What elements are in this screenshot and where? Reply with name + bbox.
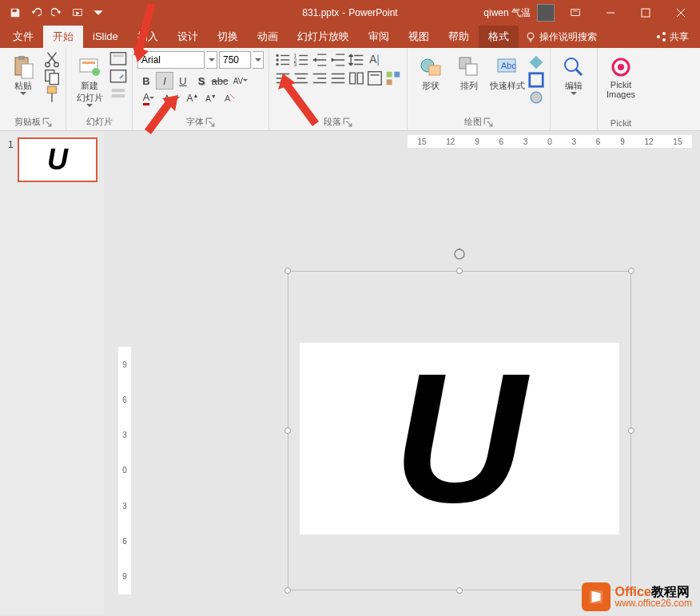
- tell-me-search[interactable]: 操作说明搜索: [519, 30, 603, 44]
- tab-islide[interactable]: iSlide: [83, 26, 128, 48]
- annotation-arrow: [140, 92, 188, 140]
- ribbon-options-icon[interactable]: [561, 2, 590, 24]
- svg-rect-39: [466, 64, 477, 75]
- find-icon: [561, 54, 587, 80]
- chevron-down-icon: [86, 104, 93, 107]
- thumbnail-panel: 1 U: [0, 131, 104, 614]
- new-slide-button[interactable]: 新建 幻灯片: [71, 51, 108, 107]
- pickit-images-button[interactable]: Pickit Images: [603, 51, 639, 99]
- tab-help[interactable]: 帮助: [439, 26, 479, 48]
- share-button[interactable]: 共享: [647, 30, 697, 44]
- slide-editor[interactable]: 151296303691215 9630369 U: [104, 131, 700, 614]
- slide-number: 1: [8, 139, 14, 150]
- dialog-launcher-icon[interactable]: [343, 117, 352, 127]
- avatar[interactable]: [537, 4, 555, 22]
- tab-format[interactable]: 格式: [479, 26, 519, 48]
- slide-thumbnail[interactable]: U: [18, 137, 97, 182]
- tab-animations[interactable]: 动画: [248, 26, 288, 48]
- reset-icon[interactable]: [109, 69, 127, 85]
- shape-fill-icon[interactable]: [527, 54, 545, 70]
- paste-button[interactable]: 粘贴: [5, 51, 42, 95]
- shadow-button[interactable]: S: [193, 72, 210, 89]
- svg-point-26: [276, 58, 278, 61]
- svg-point-45: [565, 58, 578, 71]
- tab-review[interactable]: 审阅: [359, 26, 399, 48]
- tab-view[interactable]: 视图: [399, 26, 439, 48]
- resize-handle-b[interactable]: [456, 587, 463, 594]
- rotation-handle[interactable]: [453, 248, 466, 260]
- smartart-button[interactable]: [384, 70, 402, 87]
- qat-dropdown-icon[interactable]: [89, 4, 107, 22]
- save-icon[interactable]: [6, 4, 24, 22]
- layout-icon[interactable]: [109, 51, 127, 67]
- svg-point-18: [92, 68, 100, 76]
- font-size-dropdown-icon[interactable]: [253, 51, 264, 69]
- decrease-indent-button[interactable]: [311, 51, 328, 69]
- align-text-button[interactable]: [366, 70, 384, 87]
- chevron-down-icon: [20, 92, 26, 95]
- tab-slideshow[interactable]: 幻灯片放映: [288, 26, 359, 48]
- dialog-launcher-icon[interactable]: [42, 117, 52, 127]
- appname-label: PowerPoint: [348, 7, 397, 18]
- strikethrough-button[interactable]: abc: [211, 72, 229, 89]
- increase-indent-button[interactable]: [329, 51, 347, 69]
- start-from-beginning-icon[interactable]: [69, 4, 86, 22]
- resize-handle-l[interactable]: [284, 427, 291, 434]
- maximize-icon[interactable]: [631, 2, 660, 24]
- arrange-icon: [456, 54, 482, 80]
- format-painter-icon[interactable]: [43, 86, 61, 102]
- underline-button[interactable]: U: [174, 72, 192, 89]
- justify-button[interactable]: [329, 70, 347, 87]
- lightbulb-icon: [525, 31, 536, 42]
- watermark-title: Office教程网: [615, 585, 693, 599]
- character-spacing-button[interactable]: AV: [229, 72, 252, 89]
- font-name-dropdown-icon[interactable]: [206, 51, 217, 69]
- close-icon[interactable]: [666, 2, 695, 24]
- resize-handle-r[interactable]: [628, 427, 634, 434]
- redo-icon[interactable]: [48, 4, 66, 22]
- minimize-icon[interactable]: [596, 2, 625, 24]
- svg-point-48: [455, 249, 464, 259]
- svg-rect-33: [387, 72, 392, 77]
- bullets-button[interactable]: [274, 51, 292, 69]
- text-direction-button[interactable]: A: [366, 51, 384, 69]
- svg-text:Abc: Abc: [501, 61, 516, 70]
- resize-handle-t[interactable]: [456, 268, 463, 274]
- svg-text:3: 3: [293, 62, 296, 67]
- copy-icon[interactable]: [43, 69, 61, 85]
- editing-button[interactable]: 编辑: [555, 51, 592, 95]
- svg-rect-32: [368, 72, 382, 85]
- group-clipboard: 粘贴 剪贴板: [0, 48, 66, 130]
- numbering-button[interactable]: 123: [292, 51, 310, 69]
- annotation-arrow: [272, 72, 328, 136]
- decrease-font-button[interactable]: A▼: [202, 89, 220, 107]
- arrange-button[interactable]: 排列: [451, 51, 487, 92]
- line-spacing-button[interactable]: [348, 51, 365, 69]
- resize-handle-bl[interactable]: [284, 587, 291, 594]
- bold-button[interactable]: B: [137, 72, 155, 89]
- font-size-input[interactable]: 750: [219, 51, 251, 69]
- svg-point-27: [276, 63, 278, 66]
- columns-button[interactable]: [348, 70, 365, 87]
- shape-effects-icon[interactable]: [527, 89, 545, 105]
- resize-handle-tr[interactable]: [628, 268, 634, 274]
- shapes-button[interactable]: 形状: [412, 51, 449, 92]
- pickit-icon: [608, 54, 634, 80]
- tab-home[interactable]: 开始: [43, 26, 83, 48]
- italic-button[interactable]: I: [156, 72, 173, 89]
- svg-rect-0: [13, 10, 17, 13]
- watermark-url: www.office26.com: [615, 598, 693, 609]
- dialog-launcher-icon[interactable]: [205, 117, 215, 127]
- undo-icon[interactable]: [27, 4, 45, 22]
- dialog-launcher-icon[interactable]: [483, 117, 493, 127]
- resize-handle-tl[interactable]: [284, 268, 291, 274]
- tab-file[interactable]: 文件: [3, 26, 43, 48]
- quick-styles-button[interactable]: Abc 快速样式: [489, 51, 526, 92]
- svg-point-6: [662, 32, 666, 35]
- svg-rect-17: [82, 62, 95, 64]
- tab-transitions[interactable]: 切换: [208, 26, 248, 48]
- cut-icon[interactable]: [43, 51, 61, 67]
- section-icon[interactable]: [109, 86, 127, 102]
- clear-formatting-button[interactable]: A: [221, 89, 238, 107]
- shape-outline-icon[interactable]: [527, 72, 545, 88]
